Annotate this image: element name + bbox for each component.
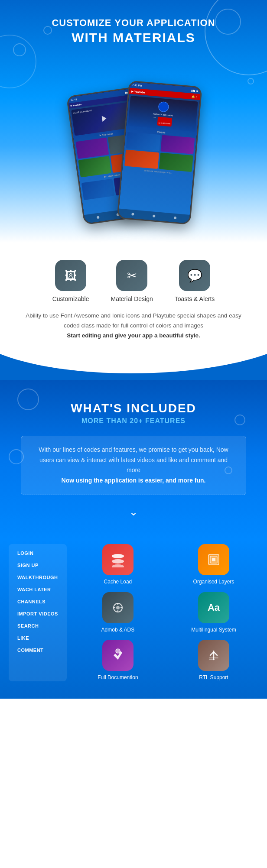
nav-dot-r3 bbox=[174, 217, 177, 220]
material-design-label: Material Design bbox=[111, 295, 153, 302]
video-thumb-3 bbox=[78, 156, 111, 178]
admob-ads-svg bbox=[110, 600, 126, 615]
feature-card-rtl: RTL Support bbox=[169, 640, 258, 681]
video-thumb-5 bbox=[81, 179, 114, 201]
included-cta: Now using the application is easier, and… bbox=[62, 477, 206, 484]
cache-load-icon bbox=[102, 544, 134, 575]
play-icon bbox=[102, 115, 107, 122]
documentation-icon bbox=[102, 640, 134, 671]
phones-container: 22:41 ▮▮▮ ◉ ▶ YouTube ALIVE | Canada 4K … bbox=[9, 58, 258, 223]
nav-dot-r2 bbox=[153, 214, 156, 217]
features-icons-row: 🖼 Customizable ✂ Material Design 💬 Toast… bbox=[13, 260, 254, 302]
feature-toasts-alerts: 💬 Toasts & Alerts bbox=[175, 260, 215, 302]
included-section: WHAT'S INCLUDED MORE THAN 20+ FEATURES W… bbox=[0, 380, 267, 540]
admob-ads-icon bbox=[102, 592, 134, 623]
included-subtitle: MORE THAN 20+ FEATURES bbox=[13, 417, 254, 425]
sidebar-item-watch-later[interactable]: WACH LATER bbox=[17, 587, 58, 592]
included-title: WHAT'S INCLUDED bbox=[13, 402, 254, 415]
svg-rect-5 bbox=[212, 558, 215, 561]
phone-right: 2:41 PM ▮▮▮ ◉ ▶ YouTube 🔔 ⋮ Android + iO… bbox=[117, 80, 202, 225]
customizable-label: Customizable bbox=[52, 295, 89, 302]
svg-point-2 bbox=[112, 564, 124, 567]
material-design-icon: ✂ bbox=[127, 269, 137, 283]
toasts-alerts-icon-bg: 💬 bbox=[179, 260, 210, 291]
features-section: 🖼 Customizable ✂ Material Design 💬 Toast… bbox=[0, 243, 267, 354]
included-description-box: With our lines of codes and features, we… bbox=[21, 436, 246, 495]
multilingual-name: Multilingual System bbox=[191, 627, 236, 634]
svg-point-7 bbox=[116, 606, 120, 609]
toasts-alerts-label: Toasts & Alerts bbox=[175, 295, 215, 302]
included-description-text: With our lines of codes and features, we… bbox=[39, 446, 228, 474]
cache-load-name: Cache Load bbox=[104, 579, 132, 586]
cache-load-svg bbox=[110, 552, 126, 567]
channel-hero: Android + iOS native 16 ▸ ▶ SUBSCRIBE bbox=[128, 96, 198, 132]
svg-point-12 bbox=[116, 649, 120, 653]
hero-section: CUSTOMIZE YOUR APPLICATION WITH MATERIAL… bbox=[0, 0, 267, 243]
rtl-svg bbox=[206, 648, 221, 663]
wave-svg-top bbox=[0, 354, 267, 380]
sidebar-item-signup[interactable]: SIGN UP bbox=[17, 563, 58, 568]
admob-ads-name: Admob & ADS bbox=[101, 627, 135, 634]
organised-layers-name: Organised Layers bbox=[193, 579, 234, 586]
sidebar-item-like[interactable]: LIKE bbox=[17, 635, 58, 641]
wave-top bbox=[0, 354, 267, 380]
svg-point-0 bbox=[112, 554, 124, 558]
channel-avatar bbox=[158, 101, 169, 113]
documentation-svg bbox=[110, 648, 126, 663]
rtl-name: RTL Support bbox=[199, 674, 228, 681]
customizable-icon-bg: 🖼 bbox=[55, 260, 86, 291]
nav-dot-1 bbox=[97, 216, 100, 219]
decorative-dot-2 bbox=[13, 43, 26, 56]
features-cta: Start editing and give your app a beauti… bbox=[67, 332, 200, 339]
sidebar-item-walkthrough[interactable]: WALKTHROUGH bbox=[17, 575, 58, 580]
sidebar-list: LOGIN SIGN UP WALKTHROUGH WACH LATER CHA… bbox=[9, 544, 67, 681]
multilingual-aa-symbol: Aa bbox=[208, 602, 220, 613]
customizable-icon: 🖼 bbox=[65, 269, 77, 283]
toasts-alerts-icon: 💬 bbox=[187, 269, 202, 283]
features-description: Ability to use Font Awesome and Ionic ic… bbox=[25, 311, 242, 341]
included-dot-3 bbox=[9, 449, 24, 464]
phone-content-right: Android + iOS native 16 ▸ ▶ SUBSCRIBE VI… bbox=[119, 94, 200, 215]
included-dot-4 bbox=[225, 466, 232, 474]
feature-card-multilingual: Aa Multilingual System bbox=[169, 592, 258, 634]
phone-screen-right: 2:41 PM ▮▮▮ ◉ ▶ YouTube 🔔 ⋮ Android + iO… bbox=[118, 82, 201, 223]
organised-layers-icon bbox=[198, 544, 229, 575]
sidebar-item-channels[interactable]: CHANNELS bbox=[17, 599, 58, 604]
feature-customizable: 🖼 Customizable bbox=[52, 260, 89, 302]
features-cards-grid: Cache Load Organised Layers bbox=[73, 544, 258, 681]
decorative-dot-1 bbox=[215, 9, 241, 35]
organised-layers-svg bbox=[206, 552, 221, 567]
rtl-icon bbox=[198, 640, 229, 671]
sidebar-item-login[interactable]: LOGIN bbox=[17, 551, 58, 556]
svg-point-1 bbox=[112, 559, 124, 564]
feature-card-documentation: Full Documention bbox=[73, 640, 163, 681]
feature-card-admob-ads: Admob & ADS bbox=[73, 592, 163, 634]
sidebar-item-import-videos[interactable]: IMPORT VIDEOS bbox=[17, 611, 58, 616]
sidebar-item-search[interactable]: SEARCH bbox=[17, 623, 58, 628]
multilingual-icon: Aa bbox=[198, 592, 229, 623]
features-grid-section: LOGIN SIGN UP WALKTHROUGH WACH LATER CHA… bbox=[0, 540, 267, 699]
video-grid-right bbox=[124, 132, 195, 172]
included-dot-1 bbox=[17, 389, 39, 410]
video-thumb-1 bbox=[75, 137, 108, 159]
decorative-dot-3 bbox=[43, 26, 52, 35]
documentation-name: Full Documention bbox=[98, 674, 138, 681]
chevron-down-icon: ⌄ bbox=[13, 506, 254, 518]
material-design-icon-bg: ✂ bbox=[116, 260, 147, 291]
feature-card-cache-load: Cache Load bbox=[73, 544, 163, 586]
sidebar-item-comment[interactable]: COMMENT bbox=[17, 648, 58, 653]
feature-material-design: ✂ Material Design bbox=[111, 260, 153, 302]
feature-card-organised-layers: Organised Layers bbox=[169, 544, 258, 586]
nav-dot-r1 bbox=[131, 213, 134, 216]
included-dot-2 bbox=[234, 415, 245, 425]
